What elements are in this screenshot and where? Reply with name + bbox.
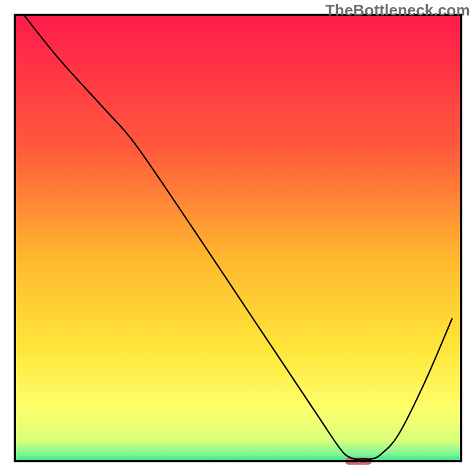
bottleneck-chart <box>0 0 476 476</box>
plot-background <box>15 15 461 461</box>
chart-container: TheBottleneck.com <box>0 0 476 476</box>
watermark-text: TheBottleneck.com <box>325 1 470 20</box>
